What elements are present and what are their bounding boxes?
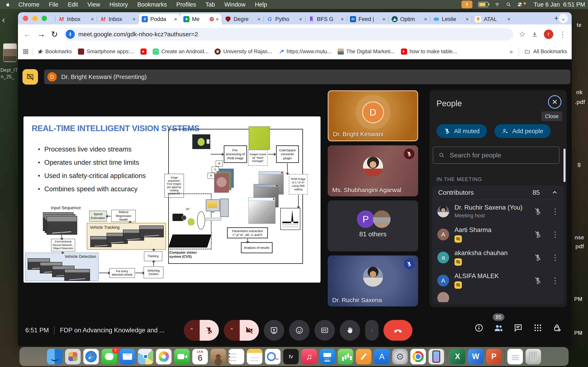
dock-app-icon[interactable] — [138, 349, 153, 364]
presentation-paused-icon[interactable] — [22, 69, 38, 85]
browser-tab[interactable]: Leslie × — [430, 14, 472, 25]
chat-button[interactable] — [513, 323, 523, 333]
dock-app-icon[interactable] — [429, 349, 444, 364]
mic-muted-button[interactable] — [200, 320, 219, 341]
downloads-icon[interactable] — [531, 31, 538, 38]
mic-permission-icon[interactable] — [66, 30, 75, 39]
bookmark-item[interactable]: Create an Android... — [153, 48, 208, 55]
activities-button[interactable] — [532, 323, 543, 333]
minimize-window-button[interactable] — [32, 16, 38, 21]
dock-app-icon[interactable] — [374, 349, 389, 364]
dock-app-icon[interactable] — [320, 349, 335, 364]
raise-hand-button[interactable] — [340, 320, 360, 341]
browser-tab[interactable]: BFS G × — [305, 14, 347, 25]
dock-app-icon[interactable] — [265, 349, 281, 364]
browser-tab[interactable]: Inbox × — [55, 14, 97, 25]
dock-app-icon[interactable] — [356, 349, 371, 364]
profile-avatar[interactable]: r — [544, 30, 553, 39]
dock-app-icon[interactable]: W — [468, 349, 484, 364]
dock-app-icon[interactable]: X — [450, 349, 465, 364]
dock-app-icon[interactable] — [301, 349, 317, 364]
tab-search-chevron-icon[interactable]: ⌄ — [559, 14, 568, 23]
address-bar[interactable]: meet.google.com/gdk-nhoo-kcz?authuser=2 — [64, 28, 513, 41]
bookmark-item[interactable]: University of Rajas... — [215, 48, 272, 55]
tab-groups-icon[interactable] — [22, 48, 29, 55]
tab-close-icon[interactable]: × — [90, 16, 95, 22]
reactions-button[interactable] — [289, 320, 310, 341]
tab-close-icon[interactable]: × — [298, 16, 303, 22]
contributors-header[interactable]: Contributors 85 — [432, 185, 564, 200]
camera-off-button[interactable] — [240, 320, 259, 341]
people-button[interactable]: 85 — [493, 323, 504, 333]
browser-tab[interactable]: Feed | × — [347, 14, 388, 25]
new-tab-button[interactable]: + — [554, 13, 559, 23]
reload-icon[interactable]: ↻ — [51, 30, 58, 39]
participant-tile[interactable]: P 81 others — [328, 200, 418, 251]
dock-app-icon[interactable]: JAN 6 — [192, 349, 208, 364]
mic-options-chevron[interactable]: ⌃ — [184, 320, 200, 341]
dock-app-icon[interactable] — [174, 349, 190, 364]
more-actions-icon[interactable]: ⋮ — [551, 230, 559, 239]
tab-close-icon[interactable]: × — [132, 16, 136, 22]
more-options-button[interactable]: ⋮ — [365, 320, 379, 341]
menu-item[interactable]: Chrome — [18, 1, 39, 8]
dock-app-icon[interactable]: tv — [283, 349, 299, 364]
dock-app-icon[interactable] — [526, 349, 541, 364]
camera-options-chevron[interactable]: ⌃ — [224, 320, 240, 341]
leave-call-button[interactable] — [383, 320, 412, 341]
mic-off-icon[interactable] — [534, 207, 542, 216]
browser-tab[interactable]: Degre × — [222, 14, 263, 25]
menu-item[interactable]: Edit — [68, 1, 78, 8]
close-panel-button[interactable]: ✕ — [548, 95, 562, 109]
apple-logo-icon[interactable] — [6, 2, 10, 7]
browser-tab[interactable]: Me × — [180, 14, 222, 25]
participant-tile[interactable]: Dr. Ruchir Saxena — [328, 256, 418, 307]
dock-app-icon[interactable] — [65, 349, 81, 364]
dock-app-icon[interactable] — [447, 350, 447, 364]
bookmark-item[interactable]: https://www.mutu... — [278, 48, 332, 55]
tab-close-icon[interactable]: × — [423, 16, 428, 22]
tab-close-icon[interactable]: × — [465, 16, 470, 22]
tab-close-icon[interactable]: × — [173, 16, 178, 22]
battery-icon[interactable] — [478, 2, 488, 7]
menu-item[interactable]: Help — [255, 1, 267, 8]
people-search-field[interactable] — [433, 147, 559, 164]
bookmark-item[interactable] — [140, 49, 147, 55]
panel-scrollbar[interactable] — [563, 149, 566, 182]
browser-tab[interactable]: Optim × — [388, 14, 430, 25]
bookmarks-overflow-chevron[interactable]: » — [509, 48, 513, 55]
tab-close-icon[interactable]: × — [215, 16, 220, 22]
menu-item[interactable]: View — [87, 1, 100, 8]
close-window-button[interactable] — [23, 16, 28, 21]
menu-bar-clock[interactable]: Tue 6 Jan 6:51 PM — [534, 1, 585, 8]
bookmark-star-icon[interactable]: ☆ — [519, 30, 526, 39]
dock-app-icon[interactable] — [156, 349, 172, 364]
dock-app-icon[interactable] — [410, 349, 426, 364]
more-actions-icon[interactable]: ⋮ — [551, 207, 559, 216]
dock-app-icon[interactable] — [392, 349, 408, 364]
dock-app-icon[interactable]: 7 — [102, 349, 117, 364]
mic-off-icon[interactable] — [534, 230, 542, 239]
search-input[interactable] — [449, 151, 554, 159]
participant-tile[interactable]: D Dr. Bright Keswani — [328, 90, 418, 141]
dock-app-icon[interactable]: P — [486, 349, 502, 364]
menu-item[interactable]: Window — [224, 1, 245, 8]
spotlight-search-icon[interactable] — [506, 2, 511, 7]
browser-tab[interactable]: 6 Podda × — [138, 14, 180, 25]
mute-all-button[interactable]: All muted — [437, 124, 487, 138]
mic-in-use-indicator[interactable] — [461, 1, 472, 8]
tab-close-icon[interactable]: × — [381, 16, 386, 22]
mic-off-icon[interactable] — [534, 253, 542, 262]
dock-app-icon[interactable] — [83, 349, 99, 364]
menu-item[interactable]: History — [109, 1, 128, 8]
tab-close-icon[interactable]: × — [507, 16, 511, 22]
dock-app-icon[interactable] — [47, 349, 62, 364]
forward-icon[interactable]: → — [37, 30, 45, 39]
bookmark-item[interactable]: Bookmarks — [37, 48, 72, 55]
dock-app-icon[interactable] — [338, 349, 353, 364]
add-people-button[interactable]: Add people — [494, 124, 551, 138]
meeting-details-button[interactable] — [474, 323, 484, 333]
browser-tab[interactable]: ATAL × — [472, 14, 513, 25]
bookmark-item[interactable]: Smartphone apps:... — [78, 48, 134, 55]
wifi-icon[interactable] — [494, 2, 500, 7]
